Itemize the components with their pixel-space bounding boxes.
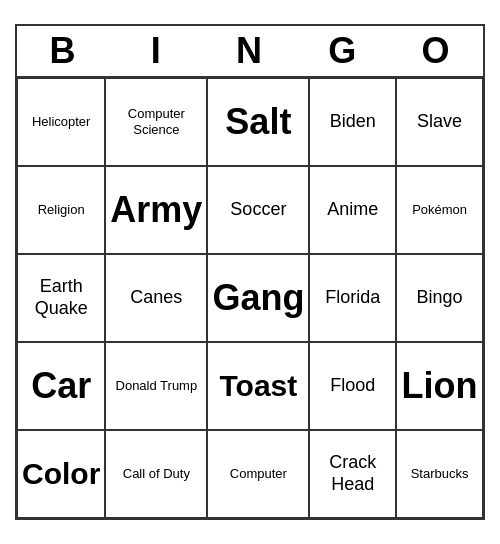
bingo-cell[interactable]: Crack Head: [309, 430, 396, 518]
bingo-cell[interactable]: Toast: [207, 342, 309, 430]
cell-text: Color: [22, 456, 100, 492]
header-letter: B: [17, 26, 110, 76]
bingo-cell[interactable]: Lion: [396, 342, 483, 430]
bingo-cell[interactable]: Pokémon: [396, 166, 483, 254]
cell-text: Army: [110, 188, 202, 231]
cell-text: Florida: [325, 287, 380, 309]
bingo-cell[interactable]: Gang: [207, 254, 309, 342]
bingo-cell[interactable]: Slave: [396, 78, 483, 166]
header-letter: O: [390, 26, 483, 76]
cell-text: Gang: [212, 276, 304, 319]
bingo-cell[interactable]: Helicopter: [17, 78, 105, 166]
cell-text: Flood: [330, 375, 375, 397]
cell-text: Computer: [230, 466, 287, 482]
bingo-cell[interactable]: Color: [17, 430, 105, 518]
cell-text: Donald Trump: [116, 378, 198, 394]
cell-text: Bingo: [417, 287, 463, 309]
header-letter: N: [203, 26, 296, 76]
cell-text: Soccer: [230, 199, 286, 221]
cell-text: Crack Head: [314, 452, 391, 495]
bingo-cell[interactable]: Call of Duty: [105, 430, 207, 518]
cell-text: Call of Duty: [123, 466, 190, 482]
cell-text: Religion: [38, 202, 85, 218]
bingo-cell[interactable]: Earth Quake: [17, 254, 105, 342]
bingo-header: BINGO: [17, 26, 483, 78]
bingo-cell[interactable]: Religion: [17, 166, 105, 254]
bingo-cell[interactable]: Flood: [309, 342, 396, 430]
bingo-cell[interactable]: Starbucks: [396, 430, 483, 518]
bingo-cell[interactable]: Soccer: [207, 166, 309, 254]
bingo-cell[interactable]: Canes: [105, 254, 207, 342]
bingo-cell[interactable]: Salt: [207, 78, 309, 166]
cell-text: Canes: [130, 287, 182, 309]
header-letter: G: [297, 26, 390, 76]
cell-text: Biden: [330, 111, 376, 133]
cell-text: Starbucks: [411, 466, 469, 482]
bingo-cell[interactable]: Donald Trump: [105, 342, 207, 430]
cell-text: Computer Science: [110, 106, 202, 137]
bingo-cell[interactable]: Car: [17, 342, 105, 430]
cell-text: Toast: [219, 368, 297, 404]
cell-text: Car: [31, 364, 91, 407]
bingo-cell[interactable]: Computer: [207, 430, 309, 518]
cell-text: Slave: [417, 111, 462, 133]
bingo-card: BINGO HelicopterComputer ScienceSaltBide…: [15, 24, 485, 520]
cell-text: Earth Quake: [22, 276, 100, 319]
cell-text: Helicopter: [32, 114, 91, 130]
header-letter: I: [110, 26, 203, 76]
bingo-cell[interactable]: Computer Science: [105, 78, 207, 166]
cell-text: Salt: [225, 100, 291, 143]
bingo-cell[interactable]: Anime: [309, 166, 396, 254]
cell-text: Lion: [402, 364, 478, 407]
bingo-cell[interactable]: Bingo: [396, 254, 483, 342]
cell-text: Pokémon: [412, 202, 467, 218]
bingo-cell[interactable]: Biden: [309, 78, 396, 166]
bingo-cell[interactable]: Florida: [309, 254, 396, 342]
bingo-grid: HelicopterComputer ScienceSaltBidenSlave…: [17, 78, 483, 518]
bingo-cell[interactable]: Army: [105, 166, 207, 254]
cell-text: Anime: [327, 199, 378, 221]
